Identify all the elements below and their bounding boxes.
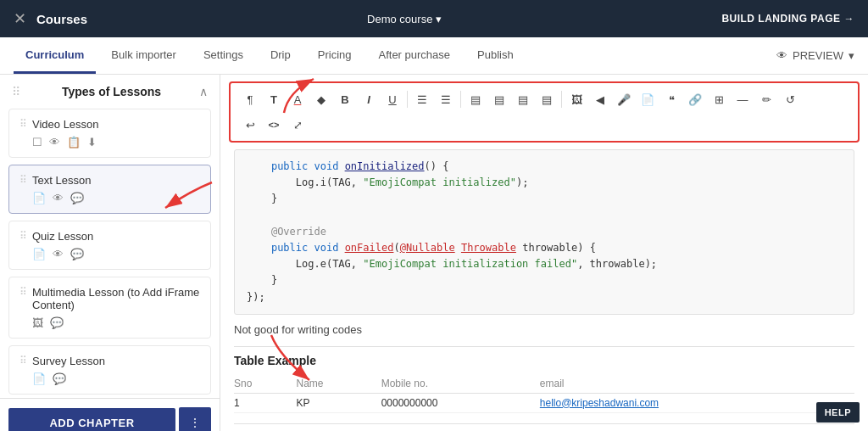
top-nav: ✕ Courses Demo course ▾ BUILD LANDING PA… xyxy=(0,0,868,37)
help-button[interactable]: HELP xyxy=(816,402,860,423)
arrow-right-icon: → xyxy=(843,13,854,25)
tab-settings[interactable]: Settings xyxy=(192,37,255,74)
multimedia-lesson-icons: 🖼 💬 xyxy=(32,316,200,329)
drag-handle-video: ⠿ xyxy=(19,118,27,130)
align-center-button[interactable]: ▤ xyxy=(488,88,510,110)
file-button[interactable]: 📄 xyxy=(637,88,659,110)
table-row: 1 KP 0000000000 hello@kripeshadwani.com xyxy=(234,393,854,412)
video-lesson-title: Video Lesson xyxy=(32,118,99,131)
eye-icon[interactable]: 👁 xyxy=(53,248,64,260)
preview-chevron-icon: ▾ xyxy=(849,49,854,62)
editor-content[interactable]: public void onInitialized() { Log.i(TAG,… xyxy=(220,149,868,431)
lesson-card-text[interactable]: ⠿ Text Lesson 📄 👁 💬 xyxy=(8,165,211,214)
eye-icon: 👁 xyxy=(776,49,787,62)
course-selector[interactable]: Demo course ▾ xyxy=(367,13,442,25)
tab-after-purchase[interactable]: After purchase xyxy=(367,37,463,74)
align-right-button[interactable]: ▤ xyxy=(512,88,534,110)
table-heading: Table Example xyxy=(234,354,854,367)
not-good-text: Not good for writing codes xyxy=(234,323,854,336)
tab-curriculum[interactable]: Curriculum xyxy=(14,37,96,74)
comment-icon[interactable]: 💬 xyxy=(70,248,84,260)
source-button[interactable]: <> xyxy=(263,114,285,136)
editor-toolbar: ¶ T A ◆ B I U ☰ ☰ ▤ ▤ ▤ ▤ 🖼 xyxy=(229,81,860,143)
fullscreen-button[interactable]: ⤢ xyxy=(287,114,309,136)
comment-icon[interactable]: 💬 xyxy=(50,316,64,329)
bold-button[interactable]: B xyxy=(334,88,356,110)
table-button[interactable]: ⊞ xyxy=(708,88,730,110)
tab-bulk-importer[interactable]: Bulk importer xyxy=(99,37,188,74)
course-name: Demo course xyxy=(367,13,432,25)
drag-handle-quiz: ⠿ xyxy=(19,230,27,242)
cell-mobile: 0000000000 xyxy=(381,393,540,412)
video-button[interactable]: ◀ xyxy=(589,88,611,110)
eye-icon[interactable]: 👁 xyxy=(49,136,60,148)
toolbar-row-1: ¶ T A ◆ B I U ☰ ☰ ▤ ▤ ▤ ▤ 🖼 xyxy=(239,88,849,110)
blockquote-button[interactable]: ❝ xyxy=(660,88,682,110)
preview-label: PREVIEW xyxy=(793,49,843,62)
lesson-card-multimedia[interactable]: ⠿ Multimedia Lesson (to Add iFrame Conte… xyxy=(8,277,211,339)
image-button[interactable]: 🖼 xyxy=(565,88,587,110)
quiz-lesson-icons: 📄 👁 💬 xyxy=(32,248,93,260)
paragraph-button[interactable]: ¶ xyxy=(239,88,261,110)
col-name: Name xyxy=(297,374,381,394)
toolbar-divider-1 xyxy=(407,91,408,108)
survey-lesson-icons: 📄 💬 xyxy=(32,372,105,385)
tab-bar: Curriculum Bulk importer Settings Drip P… xyxy=(0,37,868,75)
sidebar-header: ⠿ Types of Lessons ∧ xyxy=(0,75,220,105)
lesson-card-quiz[interactable]: ⠿ Quiz Lesson 📄 👁 💬 xyxy=(8,221,211,270)
data-table: Sno Name Mobile no. email 1 KP 000000000… xyxy=(234,374,854,413)
file-icon: 📄 xyxy=(32,192,46,204)
align-justify-button[interactable]: ▤ xyxy=(536,88,558,110)
col-mobile: Mobile no. xyxy=(381,374,540,394)
collapse-icon[interactable]: ∧ xyxy=(199,85,208,98)
tab-publish[interactable]: Publish xyxy=(465,37,526,74)
drag-handle-text: ⠿ xyxy=(19,174,27,186)
italic-button[interactable]: I xyxy=(358,88,380,110)
app-title: Courses xyxy=(36,12,87,26)
highlight-button[interactable]: ◆ xyxy=(310,88,332,110)
build-landing-button[interactable]: BUILD LANDING PAGE → xyxy=(721,13,854,25)
align-left-button[interactable]: ▤ xyxy=(465,88,487,110)
tab-drip[interactable]: Drip xyxy=(259,37,303,74)
audio-button[interactable]: 🎤 xyxy=(613,88,635,110)
add-chapter-bar: ADD CHAPTER ⋮ xyxy=(0,398,220,431)
tabs: Curriculum Bulk importer Settings Drip P… xyxy=(14,37,526,74)
font-color-button[interactable]: A xyxy=(287,88,309,110)
redo-button[interactable]: ↩ xyxy=(239,114,261,136)
lesson-card-video[interactable]: ⠿ Video Lesson ☐ 👁 📋 ⬇ xyxy=(8,109,211,158)
lesson-card-survey[interactable]: ⠿ Survey Lesson 📄 💬 xyxy=(8,345,211,395)
image-icon: 🖼 xyxy=(32,316,43,329)
text-button[interactable]: T xyxy=(263,88,285,110)
underline-button[interactable]: U xyxy=(381,88,403,110)
drag-handle-multimedia: ⠿ xyxy=(19,286,27,298)
comment-icon[interactable]: 💬 xyxy=(70,192,84,204)
unordered-list-button[interactable]: ☰ xyxy=(411,88,433,110)
quiz-lesson-title: Quiz Lesson xyxy=(32,230,93,243)
comment-icon[interactable]: 💬 xyxy=(53,372,66,385)
undo-button[interactable]: ↺ xyxy=(779,88,801,110)
course-chevron-icon: ▾ xyxy=(436,13,442,25)
ordered-list-button[interactable]: ☰ xyxy=(435,88,457,110)
drag-handle-survey: ⠿ xyxy=(19,355,27,367)
eye-icon[interactable]: 👁 xyxy=(53,192,64,204)
multimedia-lesson-title: Multimedia Lesson (to Add iFrame Content… xyxy=(32,286,200,311)
toolbar-divider-3 xyxy=(561,91,562,108)
col-email: email xyxy=(540,374,854,394)
hr-button[interactable]: — xyxy=(732,88,754,110)
download-icon[interactable]: ⬇ xyxy=(87,136,97,148)
toolbar-row-2: ↩ <> ⤢ xyxy=(239,114,849,136)
link-button[interactable]: 🔗 xyxy=(684,88,706,110)
sidebar-title: Types of Lessons xyxy=(62,85,161,98)
add-chapter-button[interactable]: ADD CHAPTER xyxy=(8,408,175,432)
edit-icon[interactable]: 📋 xyxy=(67,136,81,148)
more-options-button[interactable]: ⋮ xyxy=(179,407,211,431)
preview-button[interactable]: 👁 PREVIEW ▾ xyxy=(776,49,854,62)
close-icon[interactable]: ✕ xyxy=(14,9,26,28)
tab-pricing[interactable]: Pricing xyxy=(306,37,364,74)
pen-button[interactable]: ✏ xyxy=(755,88,777,110)
file-icon: 📄 xyxy=(32,248,46,260)
main-layout: ⠿ Types of Lessons ∧ ⠿ Video Lesson ☐ 👁 … xyxy=(0,75,868,431)
text-lesson-title: Text Lesson xyxy=(32,174,200,187)
drag-handle-icon: ⠿ xyxy=(12,85,20,98)
cell-sno: 1 xyxy=(234,393,297,412)
